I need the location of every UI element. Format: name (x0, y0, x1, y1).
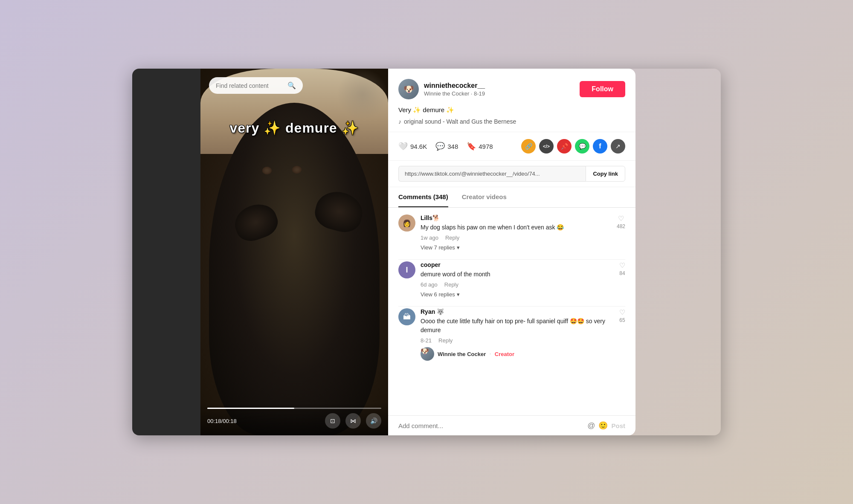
music-icon: ♪ (398, 118, 401, 125)
divider (398, 259, 625, 260)
comment-icon: 💬 (435, 142, 445, 151)
like-count: 65 (619, 317, 625, 323)
comment-meta: 1w ago Reply (421, 235, 612, 241)
comment-like: ♡ 84 (619, 261, 625, 298)
progress-bar-fill (207, 408, 294, 409)
divider (398, 306, 625, 307)
share-whatsapp-button[interactable]: 💬 (575, 139, 589, 154)
search-input[interactable] (216, 82, 284, 89)
sound-row: ♪ original sound - Walt and Gus the Bern… (398, 118, 625, 125)
post-button[interactable]: Post (611, 422, 625, 429)
share-embed-button[interactable]: </> (539, 139, 554, 154)
bookmark-icon: 🔖 (467, 142, 476, 151)
search-button[interactable]: 🔍 (287, 81, 296, 90)
likes-count: 94.6K (410, 143, 427, 150)
likes-stat[interactable]: 🤍 94.6K (398, 142, 427, 151)
user-info: 🐶 winniethecocker__ Winnie the Cocker · … (398, 79, 485, 99)
comment-like: ♡ 65 (619, 308, 625, 361)
comments-count: 348 (447, 143, 458, 150)
bg-blur (337, 69, 388, 120)
captions-button[interactable]: ⊡ (325, 413, 340, 429)
comment-item: 👩 Lills🐕 My dog slaps his paw on me when… (398, 214, 625, 251)
comment-username: cooper (421, 261, 614, 268)
share-icons: 🔗 </> 📌 💬 f ↗ (521, 139, 625, 154)
stats-row: 🤍 94.6K 💬 348 🔖 4978 🔗 </> 📌 💬 f ↗ (388, 132, 635, 161)
time-display: 00:18/00:18 (207, 418, 237, 424)
share-pin-button[interactable]: 📌 (557, 139, 572, 154)
like-heart-icon[interactable]: ♡ (619, 308, 625, 316)
volume-button[interactable]: 🔊 (366, 413, 381, 429)
comment-username: Ryan 🐺 (421, 308, 614, 315)
dog-eye-left (262, 167, 272, 174)
tabs-row: Comments (348) Creator videos (388, 187, 635, 208)
video-panel: 🔍 very ✨ demure ✨ 00:18/00:18 ⊡ ⋈ 🔊 (200, 69, 388, 435)
progress-bar-track[interactable] (207, 408, 381, 409)
sound-text: original sound - Walt and Gus the Bernes… (404, 118, 516, 125)
winnie-name: Winnie the Cocker (438, 351, 486, 357)
info-panel: 🐶 winniethecocker__ Winnie the Cocker · … (388, 69, 635, 435)
comment-text: demure word of the month (421, 270, 614, 279)
controls-row: 00:18/00:18 ⊡ ⋈ 🔊 (207, 413, 381, 429)
comment-time: 1w ago (421, 235, 438, 241)
dot-separator: · (489, 350, 491, 358)
reply-button[interactable]: Reply (438, 337, 453, 344)
view-replies-button[interactable]: View 7 replies ▾ (421, 244, 612, 251)
comment-time: 8-21 (421, 337, 432, 344)
reply-button[interactable]: Reply (444, 281, 458, 288)
like-count: 482 (617, 223, 625, 229)
info-header: 🐶 winniethecocker__ Winnie the Cocker · … (388, 69, 635, 132)
airplay-button[interactable]: ⋈ (345, 413, 361, 429)
bookmarks-stat[interactable]: 🔖 4978 (467, 142, 493, 151)
avatar: 🐶 (398, 79, 419, 99)
search-bar[interactable]: 🔍 (209, 77, 303, 94)
dog-figure (209, 103, 380, 435)
comment-item: I cooper demure word of the month 6d ago… (398, 261, 625, 298)
main-container: 🔍 very ✨ demure ✨ 00:18/00:18 ⊡ ⋈ 🔊 (132, 69, 721, 435)
copy-link-button[interactable]: Copy link (586, 166, 625, 182)
comment-username: Lills🐕 (421, 214, 612, 221)
add-comment-footer: @ 🙂 Post (388, 415, 635, 435)
tab-comments[interactable]: Comments (348) (398, 187, 448, 207)
comment-body: Lills🐕 My dog slaps his paw on me when I… (421, 214, 612, 251)
add-comment-input[interactable] (398, 422, 584, 429)
video-controls: 00:18/00:18 ⊡ ⋈ 🔊 (200, 403, 388, 435)
share-facebook-button[interactable]: f (593, 139, 607, 154)
comment-avatar: I (398, 261, 415, 278)
comment-text: My dog slaps his paw on me when I don't … (421, 223, 612, 232)
comment-meta: 8-21 Reply (421, 337, 614, 344)
emoji-button[interactable]: 🙂 (598, 421, 608, 430)
user-row: 🐶 winniethecocker__ Winnie the Cocker · … (398, 79, 625, 99)
share-forward-button[interactable]: ↗ (611, 139, 625, 154)
comment-body: cooper demure word of the month 6d ago R… (421, 261, 614, 298)
comment-avatar: 👩 (398, 214, 415, 232)
comment-body: Ryan 🐺 Oooo the cute little tufty hair o… (421, 308, 614, 361)
user-details: winniethecocker__ Winnie the Cocker · 8-… (424, 82, 485, 97)
comments-area[interactable]: 👩 Lills🐕 My dog slaps his paw on me when… (388, 208, 635, 415)
caption: Very ✨ demure ✨ (398, 106, 625, 114)
link-display: https://www.tiktok.com/@winniethecocker_… (398, 166, 586, 182)
control-buttons: ⊡ ⋈ 🔊 (325, 413, 381, 429)
reply-button[interactable]: Reply (445, 235, 459, 241)
comment-time: 6d ago (421, 281, 438, 288)
winnie-reply: 🐶 Winnie the Cocker · Creator (421, 344, 614, 361)
comment-item: 🏔 Ryan 🐺 Oooo the cute little tufty hair… (398, 308, 625, 361)
bookmarks-count: 4978 (479, 143, 493, 150)
view-replies-button[interactable]: View 6 replies ▾ (421, 291, 614, 298)
follow-button[interactable]: Follow (580, 81, 625, 97)
mention-button[interactable]: @ (587, 421, 595, 430)
video-sidebar (132, 69, 200, 435)
video-text-overlay: very ✨ demure ✨ (229, 120, 359, 136)
tab-creator-videos[interactable]: Creator videos (462, 187, 507, 207)
link-row: https://www.tiktok.com/@winniethecocker_… (388, 161, 635, 187)
comments-stat[interactable]: 💬 348 (435, 142, 458, 151)
comment-like: ♡ 482 (617, 214, 625, 251)
like-heart-icon[interactable]: ♡ (619, 261, 625, 269)
comment-text: Oooo the cute little tufty hair on top p… (421, 317, 614, 335)
creator-badge: Creator (495, 351, 514, 357)
share-link-button[interactable]: 🔗 (521, 139, 536, 154)
comment-avatar: 🏔 (398, 308, 415, 325)
user-subtitle: Winnie the Cocker · 8-19 (424, 90, 485, 97)
like-count: 84 (619, 270, 625, 276)
like-heart-icon[interactable]: ♡ (618, 214, 624, 223)
dog-eye-right (292, 166, 302, 174)
